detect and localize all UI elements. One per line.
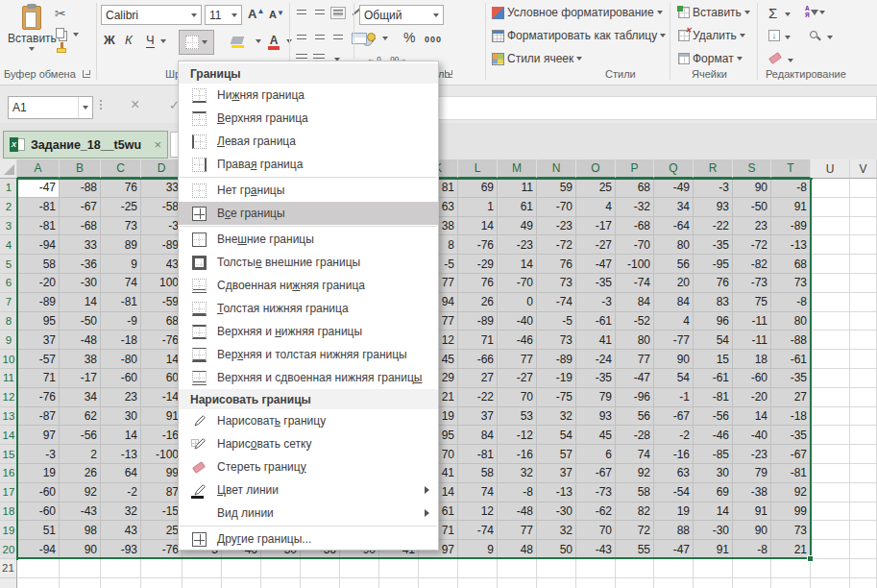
cell-A21[interactable] [17,559,60,578]
cell-A5[interactable]: 58 [17,255,60,274]
cell-U3[interactable] [811,217,850,236]
column-header-N[interactable]: N [537,159,576,179]
fill-color-dropdown-arrow[interactable] [256,39,261,43]
cell-H22[interactable] [301,578,340,588]
fill-handle[interactable] [807,555,814,562]
cell-O20[interactable]: -43 [576,540,616,559]
column-header-S[interactable]: S [733,159,771,179]
cell-Q19[interactable]: 88 [654,521,694,540]
menu-item-outside-borders[interactable]: Внешние границы [179,228,438,251]
row-header-2[interactable]: 2 [0,198,17,217]
cell-O5[interactable]: -47 [576,255,616,274]
cell-V10[interactable] [850,350,877,369]
cell-L7[interactable]: 26 [458,293,498,312]
cell-V7[interactable] [850,293,877,312]
cell-T12[interactable]: 27 [771,388,811,407]
cell-N6[interactable]: 73 [537,274,576,293]
cell-N8[interactable]: -5 [537,312,576,331]
cell-D11[interactable]: 60 [141,369,183,388]
cell-A8[interactable]: 95 [17,312,60,331]
cell-Q3[interactable]: -64 [654,217,694,236]
conditional-formatting-button[interactable]: Условное форматирование [492,6,663,19]
align-center-icon[interactable] [312,32,328,44]
cell-V15[interactable] [850,445,877,464]
cell-Q18[interactable]: 19 [654,502,694,522]
decrease-font-icon[interactable]: А▼ [269,9,284,20]
cell-A7[interactable]: -89 [17,293,60,312]
cell-M21[interactable] [498,559,537,578]
menu-item-draw-border-grid[interactable]: Нарисовать сетку [179,432,438,455]
cell-A18[interactable]: -60 [17,502,60,522]
row-header-18[interactable]: 18 [0,502,17,522]
cell-P12[interactable]: -96 [616,388,654,407]
cell-P16[interactable]: 92 [616,464,654,483]
cell-V22[interactable] [850,578,877,588]
cell-U4[interactable] [811,235,850,255]
cell-C17[interactable]: -2 [101,483,141,502]
paste-button[interactable]: Вставить [8,6,57,51]
cell-M2[interactable]: 61 [498,198,537,217]
cell-B7[interactable]: 14 [60,293,101,312]
cell-O7[interactable]: -3 [576,293,616,312]
cell-R10[interactable]: 15 [694,350,733,369]
row-header-11[interactable]: 11 [0,369,17,388]
cell-N19[interactable]: 32 [537,521,576,540]
cell-V14[interactable] [850,426,877,445]
row-header-7[interactable]: 7 [0,293,17,312]
cell-V20[interactable] [850,540,877,559]
cell-O13[interactable]: 93 [576,407,616,427]
cell-S3[interactable]: 23 [733,217,771,236]
cell-T10[interactable]: -61 [771,350,811,369]
cell-V5[interactable] [850,255,877,274]
cell-D7[interactable]: -59 [141,293,183,312]
cell-Q17[interactable]: -54 [654,483,694,502]
clear-dropdown-arrow[interactable] [788,59,793,62]
cell-B15[interactable]: 2 [60,445,101,464]
cell-M22[interactable] [498,578,537,588]
cell-V3[interactable] [850,217,877,236]
cell-S18[interactable]: 91 [733,502,771,522]
cell-P22[interactable] [616,578,654,588]
cell-K22[interactable] [419,578,458,588]
autosum-dropdown-arrow[interactable] [785,12,791,16]
menu-item-no-border[interactable]: Нет границы [179,179,438,202]
cell-D12[interactable]: -14 [141,388,183,407]
cell-Q6[interactable]: 20 [654,274,694,293]
cell-J22[interactable] [379,578,419,588]
cell-N3[interactable]: -23 [537,217,576,236]
cell-L2[interactable]: 1 [458,198,498,217]
cell-N11[interactable]: -19 [537,369,576,388]
fill-color-button[interactable] [220,30,255,55]
cell-S15[interactable]: -23 [733,445,771,464]
cell-B1[interactable]: -88 [60,179,101,198]
format-painter-icon[interactable] [57,48,66,53]
cell-T22[interactable] [771,578,811,588]
cell-B5[interactable]: -36 [60,255,101,274]
cell-I21[interactable] [340,559,379,578]
increase-font-icon[interactable]: А▲ [248,7,264,21]
name-box[interactable]: A1 [8,96,93,119]
sort-filter-button[interactable]: АЯ [805,6,825,18]
cell-B12[interactable]: 34 [60,388,101,407]
cell-O22[interactable] [576,578,616,588]
cell-T13[interactable]: -18 [771,407,811,427]
cell-H21[interactable] [301,559,340,578]
cell-N4[interactable]: -72 [537,235,576,255]
cell-C1[interactable]: 76 [101,179,141,198]
menu-item-right-border[interactable]: Правая граница [179,153,438,176]
cell-S6[interactable]: -73 [733,274,771,293]
cell-V21[interactable] [850,559,877,578]
column-header-P[interactable]: P [616,159,654,179]
cell-I22[interactable] [340,578,379,588]
cell-D20[interactable]: -76 [141,540,183,559]
cell-P14[interactable]: -28 [616,426,654,445]
cell-B18[interactable]: -43 [60,502,101,522]
cell-V11[interactable] [850,369,877,388]
cell-Q22[interactable] [654,578,694,588]
cell-O1[interactable]: 25 [576,179,616,198]
cell-L17[interactable]: 74 [458,483,498,502]
cell-V18[interactable] [850,502,877,522]
cell-C22[interactable] [101,578,141,588]
cell-L10[interactable]: -66 [458,350,498,369]
menu-item-thick-outside-borders[interactable]: Толстые внешние границы [179,251,438,274]
